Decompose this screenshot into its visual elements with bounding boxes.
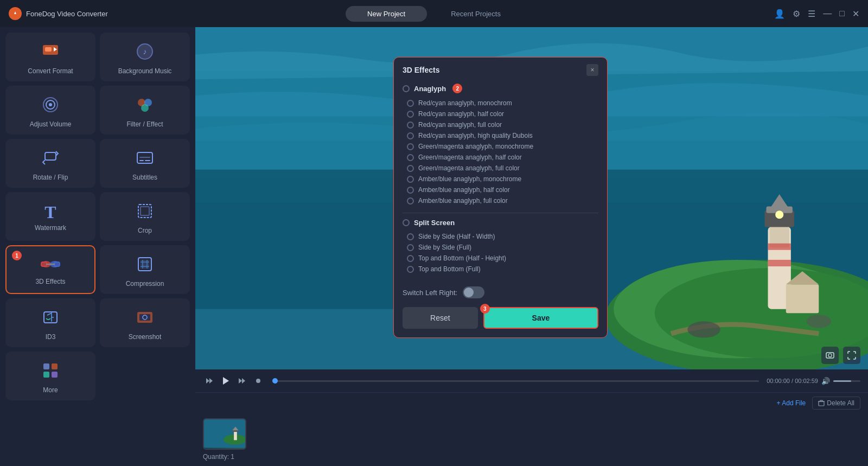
sidebar-item-screenshot[interactable]: Screenshot [100,298,190,347]
tab-new-project[interactable]: New Project [346,6,427,22]
option-ab-half[interactable]: Amber/blue anaglyph, half color [407,184,598,195]
volume-slider[interactable] [833,380,860,382]
app-title: FoneDog Video Converter [26,10,108,18]
play-btn[interactable] [219,374,232,387]
option-rc-mono[interactable]: Red/cyan anaglyph, monochrom [407,98,598,108]
maximize-button[interactable]: □ [839,9,845,18]
option-tb-full[interactable]: Top and Bottom (Full) [407,264,598,275]
gm-half-radio[interactable] [407,154,414,161]
tab-recent-projects[interactable]: Recent Projects [429,6,522,22]
tb-half-radio[interactable] [407,255,414,262]
svg-marker-59 [209,378,213,384]
stop-btn[interactable] [252,374,265,387]
sbs-full-radio[interactable] [407,244,414,251]
logo-icon [9,7,22,20]
ab-half-label: Amber/blue anaglyph, half color [418,186,510,194]
delete-all-label: Delete All [827,399,854,407]
settings-icon[interactable]: ⚙ [793,9,800,19]
volume-icon[interactable]: 🔊 [821,377,830,385]
option-gm-half[interactable]: Green/magenta anaglyph, half color [407,152,598,163]
delete-all-button[interactable]: Delete All [812,397,860,410]
save-button[interactable]: 3 Save [483,307,598,329]
rc-full-radio[interactable] [407,122,414,129]
anaglyph-radio[interactable] [403,85,410,92]
gm-mono-radio[interactable] [407,143,414,150]
sidebar-item-adjust-volume[interactable]: Adjust Volume [5,86,95,135]
sidebar-item-compression[interactable]: Compression [100,245,190,294]
sidebar-item-watermark[interactable]: T Watermark [5,192,95,241]
close-button[interactable]: ✕ [852,9,859,19]
anaglyph-options: Red/cyan anaglyph, monochrom Red/cyan an… [403,98,598,206]
3d-effects-label: 3D Effects [35,278,65,285]
svg-rect-19 [141,207,149,215]
svg-rect-31 [43,363,49,369]
ab-half-radio[interactable] [407,187,414,194]
option-gm-mono[interactable]: Green/magenta anaglyph, monochrome [407,141,598,152]
svg-rect-26 [141,260,149,269]
option-ab-full[interactable]: Amber/blue anaglyph, full color [407,195,598,206]
app-logo: FoneDog Video Converter [9,7,108,20]
rc-mono-label: Red/cyan anaglyph, monochrom [418,99,512,107]
rc-mono-radio[interactable] [407,100,414,107]
skip-back-btn[interactable] [203,374,216,387]
modal-close-button[interactable]: × [586,64,598,76]
option-rc-half[interactable]: Red/cyan anaglyph, half color [407,108,598,119]
thumbnail-item[interactable] [203,418,246,450]
sidebar-item-3d-effects[interactable]: 1 3D Effects [5,245,95,294]
window-controls: 👤 ⚙ ☰ — □ ✕ [774,9,859,19]
adjust-volume-label: Adjust Volume [30,120,72,128]
switch-row: Switch Left Right: [394,281,607,298]
rc-dubois-radio[interactable] [407,132,414,139]
minimize-button[interactable]: — [823,9,832,18]
svg-point-50 [775,210,783,219]
convert-format-icon [41,42,60,64]
gm-full-radio[interactable] [407,165,414,172]
background-music-label: Background Music [118,67,172,75]
rc-half-label: Red/cyan anaglyph, half color [418,110,504,118]
tb-full-radio[interactable] [407,266,414,273]
filter-effect-icon [135,95,155,117]
sidebar-item-crop[interactable]: Crop [100,192,190,241]
ab-mono-radio[interactable] [407,176,414,183]
sidebar-item-id3[interactable]: ID3 [5,298,95,347]
option-rc-full[interactable]: Red/cyan anaglyph, full color [407,119,598,130]
option-sbs-half[interactable]: Side by Side (Half - Width) [407,231,598,242]
sbs-half-radio[interactable] [407,233,414,240]
reset-button[interactable]: Reset [403,307,478,329]
sidebar-item-background-music[interactable]: ♪ Background Music [100,33,190,81]
ab-full-radio[interactable] [407,197,414,205]
video-controls: 00:00:00 / 00:02:59 🔊 [195,369,868,392]
sidebar-item-subtitles[interactable]: Subtitles [100,139,190,188]
modal-footer: Reset 3 Save [394,298,607,329]
sbs-full-label: Side by Side (Full) [418,244,471,251]
option-tb-half[interactable]: Top and Bottom (Half - Height) [407,253,598,264]
option-sbs-full[interactable]: Side by Side (Full) [407,242,598,253]
sidebar-item-rotate-flip[interactable]: Rotate / Flip [5,139,95,188]
user-icon[interactable]: 👤 [774,9,785,19]
option-gm-full[interactable]: Green/magenta anaglyph, full color [407,163,598,174]
gm-half-label: Green/magenta anaglyph, half color [418,154,522,161]
rc-half-radio[interactable] [407,111,414,118]
background-music-icon: ♪ [135,42,155,64]
svg-point-57 [828,354,832,357]
split-screen-radio[interactable] [403,219,410,226]
skip-forward-btn[interactable] [235,374,248,387]
screenshot-preview-btn[interactable] [821,347,839,364]
menu-icon[interactable]: ☰ [808,9,815,19]
ab-mono-label: Amber/blue anaglyph, monochrome [418,175,521,183]
id3-icon [41,308,60,330]
subtitles-icon [135,148,155,170]
option-ab-mono[interactable]: Amber/blue anaglyph, monochrome [407,174,598,184]
add-file-button[interactable]: + Add File [777,399,806,407]
option-rc-dubois[interactable]: Red/cyan anaglyph, high quality Dubois [407,130,598,141]
fullscreen-preview-btn[interactable] [843,347,860,364]
sidebar-item-convert-format[interactable]: Convert Format [5,33,95,81]
svg-point-12 [141,104,149,112]
svg-rect-17 [139,157,150,158]
progress-bar[interactable] [272,380,759,382]
switch-left-right-toggle[interactable] [463,286,484,298]
sidebar-item-more[interactable]: More [5,352,95,400]
modal-title: 3D Effects [403,66,439,74]
svg-rect-51 [786,284,819,313]
sidebar-item-filter-effect[interactable]: Filter / Effect [100,86,190,135]
